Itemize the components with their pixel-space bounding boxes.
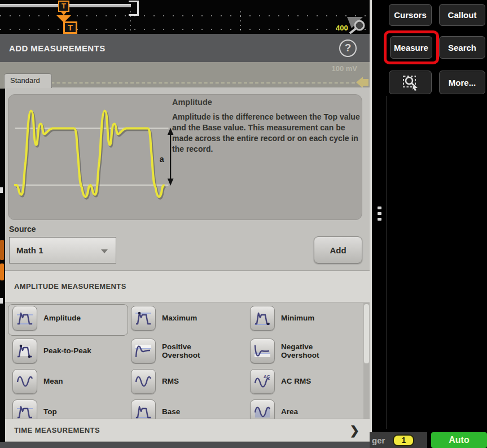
section-time-label: TIME MEASUREMENTS	[14, 426, 100, 434]
trigger-level-marker[interactable]: T	[63, 21, 77, 34]
measurement-label: AC RMS	[281, 377, 344, 385]
trigger-position-marker[interactable]: T	[58, 1, 69, 12]
rms-waveform-icon[interactable]	[131, 369, 156, 394]
source-value: Math 1	[16, 245, 43, 255]
source-label: Source	[9, 225, 36, 234]
minimum-waveform-icon[interactable]	[250, 306, 275, 331]
zoom-select-button[interactable]	[389, 71, 432, 94]
source-dropdown[interactable]: Math 1	[9, 237, 116, 263]
trigger-status-fragment: ger 1	[370, 432, 427, 448]
maximum-waveform-icon[interactable]	[131, 306, 156, 331]
negative-overshoot-waveform-icon[interactable]	[250, 339, 275, 363]
measurement-label: Top	[43, 407, 107, 416]
measurement-label: Amplitude	[43, 314, 107, 322]
scrollbar-thumb[interactable]	[364, 304, 369, 363]
graticule-dots	[130, 11, 131, 34]
measurement-minimum[interactable]: Minimum	[250, 306, 344, 331]
channel-scale-readout: 100 mV	[331, 64, 357, 73]
chevron-right-icon[interactable]: ❯	[349, 424, 359, 436]
svg-text:AC: AC	[264, 374, 270, 379]
dialog-shadow-strip: 100 mV	[0, 62, 370, 89]
amplitude-diagram: a	[10, 97, 179, 210]
amplitude-arrow-label: a	[160, 155, 164, 164]
measurement-label: Positive Overshoot	[162, 342, 225, 359]
auto-trigger-button[interactable]: Auto	[431, 432, 487, 448]
measurement-positive-overshoot[interactable]: Positive Overshoot	[131, 339, 225, 363]
measure-highlight-annotation	[384, 30, 439, 64]
dialog-bottom-edge	[0, 442, 370, 448]
measurement-label: RMS	[162, 377, 225, 385]
waveform-display: T T 400	[0, 0, 370, 34]
zoom-indicator-icon[interactable]	[346, 17, 368, 34]
peak-to-peak-waveform-icon[interactable]	[12, 339, 37, 363]
dialog-title: ADD MEASUREMENTS	[9, 43, 106, 53]
panel-divider	[386, 96, 387, 429]
trigger-notch-icon	[61, 12, 67, 15]
cursor-tick	[0, 298, 3, 304]
measurement-label: Peak-to-Peak	[43, 346, 107, 355]
description-text: Amplitude is the difference between the …	[172, 112, 361, 155]
measurement-negative-overshoot[interactable]: Negative Overshoot	[250, 339, 344, 363]
measurement-label: Mean	[43, 377, 107, 385]
section-amplitude-measurements: AMPLITUDE MEASUREMENTS	[5, 270, 370, 302]
trigger-status-text: ger	[372, 436, 385, 445]
chevron-down-icon	[101, 249, 108, 253]
channel-reference-arrow-icon	[356, 77, 368, 88]
measurement-label: Area	[281, 407, 344, 416]
control-panel	[370, 0, 487, 448]
amplitude-waveform-icon[interactable]	[12, 306, 37, 331]
waveform-fragment	[0, 240, 4, 260]
measurement-label: Minimum	[281, 314, 344, 322]
measurement-rms[interactable]: RMS	[131, 369, 225, 394]
measurement-label: Maximum	[162, 314, 225, 322]
callout-button[interactable]: Callout	[439, 4, 485, 26]
description-title: Amplitude	[172, 98, 212, 107]
more-button[interactable]: More...	[439, 71, 485, 94]
ac-rms-waveform-icon[interactable]: AC	[250, 369, 275, 394]
measurement-label: Negative Overshoot	[281, 342, 344, 359]
measurement-peak-to-peak[interactable]: Peak-to-Peak	[12, 339, 107, 363]
graticule-dots	[240, 11, 241, 34]
dialog-right-edge	[370, 0, 372, 448]
mean-waveform-icon[interactable]	[12, 369, 37, 394]
measurement-amplitude[interactable]: Amplitude	[12, 306, 107, 331]
section-amplitude-label: AMPLITUDE MEASUREMENTS	[14, 282, 126, 291]
section-time-measurements[interactable]: TIME MEASUREMENTS ❯	[5, 419, 370, 442]
graticule-dots	[0, 29, 370, 30]
dialog-titlebar[interactable]: ADD MEASUREMENTS	[0, 34, 370, 62]
cursor-tick	[0, 187, 3, 193]
trigger-source-badge[interactable]: 1	[393, 434, 414, 446]
screen-edge-strip	[0, 89, 5, 448]
cursors-button[interactable]: Cursors	[389, 4, 432, 26]
add-button[interactable]: Add	[314, 236, 362, 263]
tab-standard[interactable]: Standard	[4, 73, 52, 88]
panel-drag-handle[interactable]	[378, 207, 382, 223]
help-button[interactable]: ?	[339, 39, 357, 57]
zoom-select-icon	[401, 74, 419, 91]
search-button[interactable]: Search	[439, 36, 485, 59]
oscilloscope-ui: T T 400 ADD MEASUREMENTS ? 100 mV Standa…	[0, 0, 487, 448]
positive-overshoot-waveform-icon[interactable]	[131, 339, 156, 363]
grid-scrollbar[interactable]	[363, 303, 370, 419]
measurement-maximum[interactable]: Maximum	[131, 306, 225, 331]
measurement-mean[interactable]: Mean	[12, 369, 107, 394]
graticule-dots	[0, 15, 370, 16]
waveform-fragment	[0, 263, 4, 280]
measurement-label: Base	[162, 407, 225, 416]
measurement-ac-rms[interactable]: AC AC RMS	[250, 369, 344, 394]
ground-reference-line	[6, 82, 366, 84]
